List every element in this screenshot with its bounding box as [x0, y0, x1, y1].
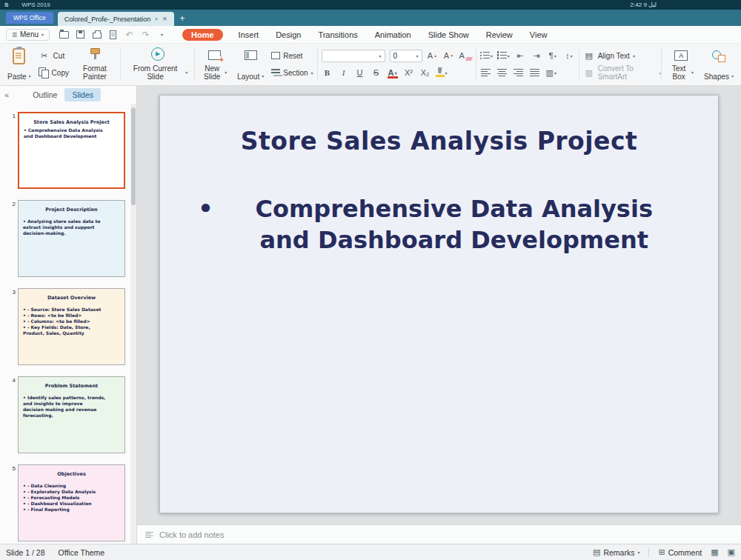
paste-button[interactable]: Paste▾: [4, 46, 34, 82]
tab-insert[interactable]: Insert: [237, 29, 261, 41]
panel-tabs: « Outline Slides: [0, 86, 136, 104]
decrease-indent-button[interactable]: ⇤: [514, 49, 526, 62]
underline-button[interactable]: U: [354, 66, 366, 79]
current-slide[interactable]: Store Sales Analysis Project • Comprehen…: [159, 95, 719, 513]
menu-button[interactable]: ≡ Menu ▾: [6, 29, 50, 41]
chevron-down-icon: ▾: [262, 74, 264, 79]
convert-smartart-button[interactable]: ▥ Convert To SmartArt ▾: [583, 64, 662, 81]
text-direction-button[interactable]: ¶▾: [547, 49, 559, 62]
reset-button[interactable]: Reset: [271, 47, 313, 64]
remarks-button[interactable]: ▤ Remarks ▾: [593, 548, 639, 557]
font-color-button[interactable]: A▾: [387, 66, 399, 79]
ribbon: Paste▾ ✂ Cut Copy Format Painter ▶ From …: [0, 44, 741, 86]
slide-title[interactable]: Store Sales Analysis Project: [160, 127, 718, 156]
text-box-button[interactable]: A Text Box▾: [665, 46, 697, 82]
increase-font-button[interactable]: A▲: [427, 49, 439, 62]
scrollbar-thumb[interactable]: [131, 107, 136, 205]
tab-close-icon[interactable]: ✕: [162, 16, 167, 22]
redo-button[interactable]: ↷: [139, 28, 153, 41]
superscript-button[interactable]: X²: [403, 66, 415, 79]
from-current-slide-label: From Current Slide: [127, 64, 183, 81]
cut-button[interactable]: ✂ Cut: [39, 47, 69, 64]
open-button[interactable]: [57, 28, 71, 41]
new-slide-label: New Slide: [202, 64, 222, 81]
print-preview-button[interactable]: [106, 28, 120, 41]
align-left-button[interactable]: [480, 66, 492, 79]
slide-thumbnail-4[interactable]: Problem Statement • Identify sales patte…: [18, 376, 125, 453]
slide-thumbnail-5[interactable]: Objectives • - Data Cleaning • - Explora…: [18, 464, 125, 541]
numbering-button[interactable]: ▾: [497, 49, 510, 62]
paragraph-group: ▾ ▾ ⇤ ⇥ ¶▾ ↕▾ ▥▾: [480, 46, 575, 82]
slide-thumbnail-1[interactable]: Store Sales Analysis Project • Comprehen…: [18, 112, 125, 189]
collapse-panel-button[interactable]: «: [4, 90, 9, 99]
copy-icon: [39, 67, 49, 78]
align-right-button[interactable]: [513, 66, 525, 79]
page-preview-icon: [110, 30, 116, 39]
tab-slide-show[interactable]: Slide Show: [427, 29, 471, 41]
clipboard-group: Paste▾ ✂ Cut Copy Format Painter: [4, 46, 116, 82]
decrease-font-button[interactable]: A▼: [443, 49, 455, 62]
strikethrough-button[interactable]: S: [370, 66, 382, 79]
columns-button[interactable]: ▥▾: [545, 66, 557, 79]
undo-button[interactable]: ↶: [122, 28, 136, 41]
layout-label: Layout: [237, 73, 259, 81]
tab-transitions[interactable]: Transitions: [316, 29, 359, 41]
slide-thumbnail-row: 3 Dataset Overview • - Source: Store Sal…: [8, 288, 136, 365]
slides-group: New Slide▾ Layout▾ Reset Section ▾: [199, 46, 313, 82]
tab-view[interactable]: View: [528, 29, 549, 41]
slides-tab[interactable]: Slides: [64, 88, 101, 101]
print-button[interactable]: [90, 28, 104, 41]
comment-label: Comment: [668, 548, 702, 557]
play-icon: ▶: [151, 47, 165, 61]
bold-button[interactable]: B: [322, 66, 333, 79]
panel-scrollbar[interactable]: [130, 104, 136, 544]
smartart-icon: ▥: [583, 66, 595, 79]
shapes-button[interactable]: Shapes▾: [701, 46, 737, 82]
qat-customize-button[interactable]: ▾: [155, 28, 169, 41]
bullet-list-icon: [480, 51, 490, 60]
normal-view-button[interactable]: ▣: [728, 548, 735, 556]
tab-animation[interactable]: Animation: [373, 29, 413, 41]
section-button[interactable]: Section ▾: [271, 64, 313, 81]
italic-button[interactable]: I: [338, 66, 350, 79]
ribbon-separator: [661, 48, 662, 80]
copy-button[interactable]: Copy: [39, 64, 69, 81]
slide-thumbnail-3[interactable]: Dataset Overview • - Source: Store Sales…: [18, 288, 125, 365]
wps-office-button[interactable]: WPS Office: [6, 12, 53, 24]
align-center-button[interactable]: [496, 66, 508, 79]
document-tabbar: WPS Office Colored_Profe-_Presentation ▾…: [0, 10, 741, 26]
layout-button[interactable]: Layout▾: [234, 46, 267, 82]
tab-home[interactable]: Home: [182, 29, 223, 41]
notes-pane[interactable]: Click to add notes: [137, 524, 741, 544]
document-tab[interactable]: Colored_Profe-_Presentation ▾ ✕: [58, 12, 174, 26]
font-name-select[interactable]: ▾: [322, 50, 385, 62]
chevron-down-icon: ▾: [416, 53, 419, 59]
chevron-down-icon: ▾: [225, 70, 227, 76]
from-current-slide-button[interactable]: ▶ From Current Slide▾: [124, 46, 190, 82]
tab-review[interactable]: Review: [485, 29, 514, 41]
increase-indent-button[interactable]: ⇥: [531, 49, 542, 62]
justify-button[interactable]: [529, 66, 541, 79]
slide-thumbnail-2[interactable]: Project Description • Analyzing store sa…: [18, 200, 125, 277]
line-spacing-button[interactable]: ↕▾: [563, 49, 575, 62]
notes-placeholder[interactable]: Click to add notes: [159, 530, 224, 539]
highlight-button[interactable]: ▾: [436, 66, 448, 79]
subscript-button[interactable]: X₂: [419, 66, 431, 79]
font-size-select[interactable]: 0 ▾: [390, 50, 422, 62]
new-tab-button[interactable]: +: [180, 13, 185, 24]
tab-design[interactable]: Design: [274, 29, 302, 41]
save-button[interactable]: [73, 28, 87, 41]
theme-name[interactable]: Office Theme: [59, 548, 105, 557]
outline-tab[interactable]: Outline: [25, 88, 64, 101]
slide-thumbnail-row: 2 Project Description • Analyzing store …: [8, 200, 136, 277]
slide-body[interactable]: • Comprehensive Data Analysis and Dashbo…: [160, 194, 718, 256]
grid-view-button[interactable]: ▦: [711, 548, 718, 556]
format-painter-button[interactable]: Format Painter: [73, 46, 116, 82]
bullets-button[interactable]: ▾: [480, 49, 493, 62]
tab-menu-icon[interactable]: ▾: [155, 16, 158, 22]
new-slide-button[interactable]: New Slide▾: [199, 46, 230, 82]
comment-button[interactable]: ⊞ Comment: [658, 548, 702, 557]
clear-format-button[interactable]: A: [459, 49, 472, 62]
align-text-button[interactable]: ▤ Align Text ▾: [583, 47, 662, 64]
wps-presentation-window: S WPS 2019 2:42 9 ليل WPS Office Colored…: [0, 0, 741, 560]
